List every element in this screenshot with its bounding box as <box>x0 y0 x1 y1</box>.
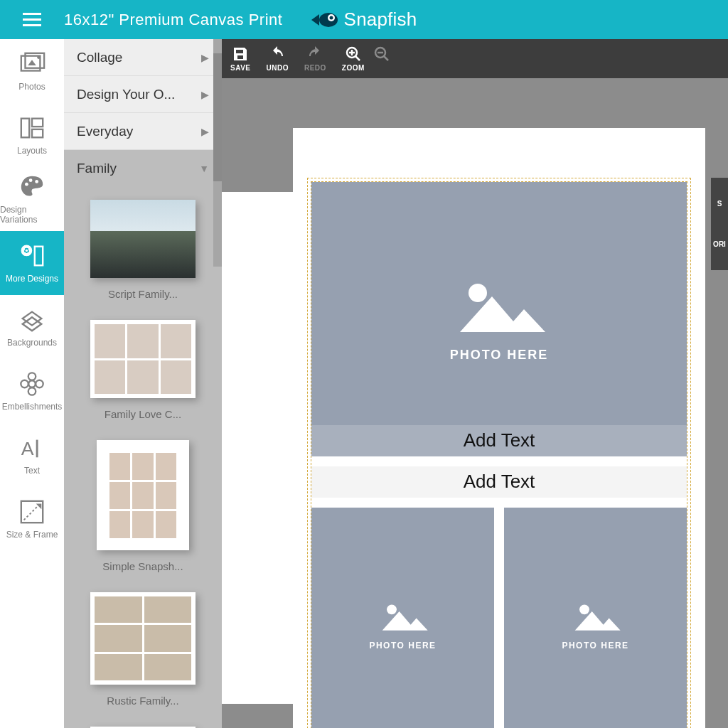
scrollbar[interactable] <box>213 39 222 267</box>
text-icon: A <box>18 434 46 461</box>
tool-photos[interactable]: Photos <box>0 39 64 103</box>
side-tab-line1: S <box>717 200 722 208</box>
backgrounds-icon <box>18 306 46 333</box>
tool-design-variations[interactable]: Design Variations <box>0 167 64 231</box>
save-icon <box>232 46 249 63</box>
tool-backgrounds[interactable]: Backgrounds <box>0 295 64 359</box>
palette-icon <box>18 173 46 200</box>
chevron-right-icon: ▶ <box>201 89 209 100</box>
photos-icon <box>18 50 46 77</box>
zoom-out-button <box>373 46 390 72</box>
category-label: Design Your O... <box>77 87 175 102</box>
tool-text[interactable]: A Text <box>0 423 64 487</box>
category-design-your-own[interactable]: Design Your O... ▶ <box>64 76 222 113</box>
svg-point-3 <box>319 13 338 27</box>
svg-rect-11 <box>21 119 29 138</box>
action-bar: SAVE UNDO REDO ZOOM <box>222 39 728 78</box>
svg-point-10 <box>37 55 41 59</box>
zoom-in-icon <box>345 46 362 63</box>
top-bar: 16x12" Premium Canvas Print Snapfish <box>0 0 728 39</box>
action-label: REDO <box>304 64 326 72</box>
thumbnail-label: Family Love C... <box>105 408 181 420</box>
category-family[interactable]: Family ▼ <box>64 150 222 187</box>
svg-point-6 <box>329 16 333 19</box>
tool-layouts[interactable]: Layouts <box>0 103 64 167</box>
svg-point-18 <box>26 250 28 252</box>
svg-rect-13 <box>32 129 43 137</box>
tool-label: Text <box>24 466 40 476</box>
svg-point-5 <box>328 14 335 21</box>
menu-button[interactable] <box>0 13 64 27</box>
svg-marker-35 <box>36 504 42 510</box>
side-tab-line2: ORI <box>713 240 726 248</box>
photo-slot-small-left[interactable]: PHOTO HERE <box>311 508 494 728</box>
tool-label: Layouts <box>17 146 47 156</box>
category-label: Family <box>77 161 117 176</box>
thumbnail-image <box>90 320 196 398</box>
svg-point-19 <box>21 247 25 251</box>
svg-rect-2 <box>23 24 41 26</box>
thumbnail-label: Simple Snapsh... <box>102 560 183 572</box>
redo-icon <box>306 46 323 63</box>
design-item[interactable]: Family Love C... <box>64 320 222 420</box>
text-field[interactable]: Add Text <box>311 466 687 498</box>
design-item[interactable]: Rustic Family... <box>64 592 222 707</box>
svg-point-29 <box>21 380 28 387</box>
svg-point-28 <box>28 387 36 395</box>
category-label: Collage <box>77 50 122 65</box>
canvas[interactable]: PHOTO HERE Add Text Add Text PHOTO HERE <box>293 128 705 728</box>
design-item[interactable]: Script Family... <box>64 200 222 300</box>
svg-point-43 <box>469 284 487 302</box>
category-everyday[interactable]: Everyday ▶ <box>64 113 222 150</box>
action-label: SAVE <box>230 64 251 72</box>
flower-icon <box>18 370 46 397</box>
photo-slot-large[interactable]: PHOTO HERE Add Text <box>311 182 687 456</box>
photo-slot-label: PHOTO HERE <box>562 641 628 651</box>
chevron-down-icon: ▼ <box>199 163 209 174</box>
canvas-stage: PHOTO HERE Add Text Add Text PHOTO HERE <box>222 78 728 728</box>
svg-point-20 <box>28 247 32 251</box>
size-frame-icon <box>18 498 46 525</box>
tool-rail: Photos Layouts Design Variations More De… <box>0 39 64 728</box>
side-tab[interactable]: S ORI <box>711 178 728 270</box>
save-button[interactable]: SAVE <box>230 46 251 72</box>
safe-zone-outer: PHOTO HERE Add Text Add Text PHOTO HERE <box>307 178 691 728</box>
category-label: Everyday <box>77 124 133 139</box>
canvas-area: SAVE UNDO REDO ZOOM <box>222 39 728 728</box>
svg-line-37 <box>355 56 360 60</box>
category-collage[interactable]: Collage ▶ <box>64 39 222 76</box>
image-placeholder-icon <box>375 599 432 635</box>
action-label <box>380 64 382 72</box>
svg-marker-44 <box>460 296 545 332</box>
tool-embellishments[interactable]: Embellishments <box>0 359 64 423</box>
svg-point-21 <box>23 252 26 256</box>
design-item[interactable]: Simple Snapsh... <box>64 440 222 572</box>
svg-point-15 <box>29 178 33 182</box>
photo-slot-small-right[interactable]: PHOTO HERE <box>504 508 687 728</box>
scroll-thumb[interactable] <box>213 53 222 181</box>
thumbnail-image <box>90 200 196 278</box>
svg-point-22 <box>27 252 31 256</box>
svg-marker-25 <box>23 317 42 331</box>
tool-size-frame[interactable]: Size & Frame <box>0 487 64 551</box>
svg-marker-46 <box>382 611 427 631</box>
zoom-in-button[interactable]: ZOOM <box>342 46 365 72</box>
thumbnail-label: Script Family... <box>108 288 178 300</box>
tool-label: Size & Frame <box>6 530 58 540</box>
chevron-right-icon: ▶ <box>201 126 209 137</box>
photo-slot-label: PHOTO HERE <box>369 641 436 651</box>
svg-rect-1 <box>23 18 41 21</box>
svg-point-47 <box>579 604 589 614</box>
svg-marker-4 <box>311 14 319 26</box>
tool-label: Embellishments <box>2 402 63 412</box>
fish-icon <box>311 11 340 29</box>
tool-more-designs[interactable]: More Designs <box>0 231 64 295</box>
action-label: UNDO <box>267 64 289 72</box>
svg-point-14 <box>25 183 28 186</box>
layouts-icon <box>18 114 46 141</box>
text-field-overlay[interactable]: Add Text <box>311 425 687 456</box>
undo-button[interactable]: UNDO <box>267 46 289 72</box>
svg-point-16 <box>35 180 38 183</box>
action-label: ZOOM <box>342 64 365 72</box>
svg-rect-32 <box>36 440 38 458</box>
